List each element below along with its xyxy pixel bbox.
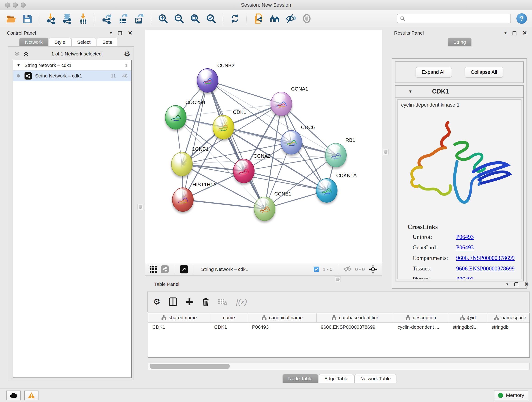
table-cell[interactable]: cyclin-dependent ... [393, 322, 448, 333]
crosslink-link[interactable]: P06493 [456, 234, 474, 240]
search-input[interactable] [407, 16, 508, 21]
column-header-database-identifier[interactable]: database identifier [317, 313, 393, 322]
right-splitter-grip[interactable] [383, 149, 389, 155]
network-node-RB1[interactable] [325, 143, 347, 167]
zoom-in-icon[interactable] [158, 13, 168, 24]
annotation-mode-icon[interactable] [161, 265, 169, 273]
tab-string[interactable]: String [448, 38, 472, 46]
show-columns-icon[interactable] [169, 298, 177, 306]
network-overview-houses-icon[interactable] [269, 13, 280, 24]
export-network-icon[interactable] [102, 13, 112, 24]
apply-layout-icon[interactable] [230, 13, 240, 24]
panel-menu-icon[interactable]: ▾ [110, 31, 112, 35]
import-network-from-database-icon[interactable] [62, 13, 72, 24]
network-node-HIST1H1A[interactable] [172, 187, 194, 212]
warnings-button[interactable] [24, 390, 38, 400]
open-session-icon[interactable] [6, 13, 17, 24]
zoom-out-icon[interactable] [174, 13, 184, 24]
panel-float-icon[interactable] [118, 31, 122, 35]
table-cell[interactable]: CDK1 [148, 322, 210, 333]
open-in-browser-icon[interactable] [180, 265, 188, 274]
crosslink-link[interactable]: 9606.ENSP00000378699 [456, 255, 515, 261]
network-row-selected[interactable]: String Network – cdk1 11 48 [13, 70, 131, 81]
cloud-status-button[interactable] [6, 390, 21, 400]
tab-style[interactable]: Style [49, 38, 71, 46]
network-node-CCNB2[interactable] [197, 68, 218, 93]
network-node-CDKN1A[interactable] [316, 178, 337, 203]
network-node-CCNA1[interactable] [271, 92, 292, 116]
tab-network[interactable]: Network [19, 38, 48, 46]
panel-close-icon[interactable]: ✕ [128, 30, 133, 36]
zoom-selected-icon[interactable] [206, 13, 216, 24]
tab-sets[interactable]: Sets [97, 38, 118, 46]
network-edge-HIST1H1A-CCNE1[interactable] [183, 200, 265, 209]
protein-section-header[interactable]: ▼ CDK1 [395, 86, 523, 98]
network-collection-row[interactable]: ▼ String Network – cdk1 1 [13, 60, 131, 70]
network-node-CCNB1[interactable] [171, 152, 193, 176]
panel-float-icon[interactable] [514, 282, 518, 286]
memory-button[interactable]: Memory [494, 390, 528, 400]
network-options-gear-icon[interactable]: ⚙ [124, 50, 130, 57]
table-cell[interactable]: stringdb:9... [448, 322, 487, 333]
fit-content-crosshair-icon[interactable] [368, 265, 378, 274]
crosslink-link[interactable]: P06493 [456, 276, 474, 279]
section-caret-icon[interactable]: ▼ [408, 89, 412, 94]
zoom-fit-icon[interactable] [190, 13, 200, 24]
column-header-shared-name[interactable]: shared name [148, 313, 210, 322]
save-session-icon[interactable] [22, 13, 32, 24]
help-button[interactable]: ? [516, 13, 527, 24]
cloud-icon [10, 393, 17, 398]
table-options-gear-icon[interactable]: ⚙ [153, 297, 160, 307]
selected-items-checkbox-icon[interactable] [314, 267, 319, 272]
table-horizontal-scrollbar[interactable] [148, 363, 530, 370]
search-box[interactable] [397, 14, 511, 23]
expand-all-icon[interactable] [23, 51, 29, 57]
export-table-icon[interactable] [118, 13, 128, 24]
birds-eye-view-icon[interactable] [149, 265, 157, 273]
hidden-items-eye-slash-icon[interactable] [344, 266, 351, 273]
network-node-CDC6[interactable] [281, 130, 302, 154]
panel-close-icon[interactable]: ✕ [522, 30, 527, 36]
network-node-CCNE1[interactable] [254, 197, 275, 221]
scrollbar-thumb[interactable] [150, 364, 230, 369]
import-table-from-file-icon[interactable] [78, 13, 89, 24]
tab-edge-table[interactable]: Edge Table [319, 374, 354, 383]
panel-close-icon[interactable]: ✕ [524, 281, 529, 287]
column-header--id[interactable]: @id [448, 313, 487, 322]
network-edge-CCNB2-CCNE1[interactable] [208, 80, 265, 209]
crosslink-link[interactable]: P06493 [456, 244, 474, 251]
export-image-icon[interactable] [134, 13, 144, 24]
table-row[interactable]: CDK1CDK1P064939606.ENSP00000378699cyclin… [148, 322, 530, 333]
title-bar: Session: New Session [0, 0, 532, 10]
network-edge-CCNB2-CCNA1[interactable] [208, 80, 281, 104]
hide-graphics-details-icon[interactable] [285, 13, 296, 24]
import-network-from-file-icon[interactable] [46, 13, 56, 24]
column-header-canonical-name[interactable]: canonical name [248, 313, 317, 322]
panel-float-icon[interactable] [513, 31, 516, 35]
tab-node-table[interactable]: Node Table [283, 374, 318, 383]
network-node-CDK1[interactable] [213, 115, 234, 139]
column-header-namespace[interactable]: namespace [487, 313, 530, 322]
clone-network-icon[interactable] [253, 13, 264, 24]
crosslink-link[interactable]: 9606.ENSP00000378699 [456, 265, 515, 272]
column-header-description[interactable]: description [393, 313, 448, 322]
create-column-icon[interactable] [186, 298, 193, 306]
expand-all-button[interactable]: Expand All [416, 67, 452, 77]
panel-menu-icon[interactable]: ▾ [506, 282, 508, 286]
collapse-all-button[interactable]: Collapse All [465, 67, 503, 77]
network-node-CDC25B[interactable] [165, 105, 186, 129]
table-cell[interactable]: P06493 [248, 322, 317, 333]
collection-caret-icon[interactable]: ▼ [17, 63, 20, 67]
network-node-CCNA2[interactable] [233, 159, 254, 183]
panel-menu-icon[interactable]: ▾ [505, 31, 507, 35]
table-cell[interactable]: CDK1 [210, 322, 248, 333]
column-header-name[interactable]: name [210, 313, 248, 322]
tab-network-table[interactable]: Network Table [355, 374, 396, 383]
tab-select[interactable]: Select [71, 38, 96, 46]
network-canvas[interactable]: CCNB2CCNA1CDC25BCDK1CDC6RB1CCNB1CCNA2CDK… [145, 30, 382, 263]
left-splitter-grip[interactable] [138, 204, 143, 210]
table-cell[interactable]: stringdb [487, 322, 530, 333]
table-cell[interactable]: 9606.ENSP00000378699 [317, 322, 393, 333]
delete-column-trash-icon[interactable] [202, 298, 209, 306]
collapse-all-icon[interactable] [14, 51, 20, 57]
